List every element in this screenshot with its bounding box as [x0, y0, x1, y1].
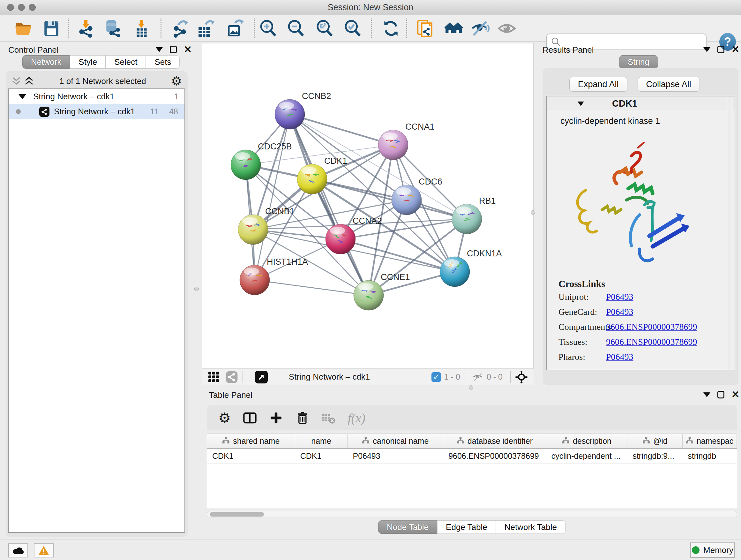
crosslink-link[interactable]: P06493 [606, 307, 633, 317]
splitter-handle[interactable] [194, 287, 199, 291]
control-panel-title: Control Panel [8, 45, 59, 55]
panel-float-icon[interactable] [718, 391, 724, 398]
save-session-icon[interactable] [42, 19, 61, 38]
panel-close-icon[interactable]: ✕ [731, 391, 739, 398]
export-image-icon[interactable] [225, 19, 244, 38]
function-builder-icon[interactable]: f(x) [347, 411, 365, 426]
refresh-layout-icon[interactable] [382, 19, 400, 38]
protein-collapse-icon[interactable] [578, 102, 584, 106]
column-header[interactable]: name [295, 434, 348, 448]
network-canvas[interactable]: CCNB2CCNA1CDC25BCDK1CDC6RB1CCNB1CCNA2CDK… [202, 43, 534, 369]
network-row-selected[interactable]: String Network – cdk1 11 48 [9, 104, 185, 119]
column-header[interactable]: canonical name [347, 434, 443, 448]
delete-column-icon[interactable] [295, 411, 309, 425]
panel-float-icon[interactable] [718, 46, 724, 53]
panel-close-icon[interactable]: ✕ [731, 46, 739, 53]
home-species-icon[interactable] [445, 19, 463, 38]
table-cell[interactable]: CDK1 [295, 449, 348, 463]
network-edge[interactable] [312, 179, 467, 219]
export-network-icon[interactable] [171, 19, 190, 38]
table-row[interactable]: CDK1CDK1P064939606.ENSP00000378699cyclin… [207, 449, 737, 463]
window-minimize-button[interactable] [18, 4, 25, 11]
tab-network[interactable]: Network [22, 55, 70, 69]
column-header[interactable]: @id [627, 434, 683, 448]
zoom-in-icon[interactable] [259, 19, 278, 38]
window-close-button[interactable] [7, 4, 14, 11]
create-column-icon[interactable] [269, 411, 283, 425]
panel-close-icon[interactable]: ✕ [184, 46, 192, 53]
memory-button[interactable]: Memory [690, 543, 735, 558]
column-header[interactable]: namespac [683, 434, 737, 448]
crosslink-row: Tissues:9606.ENSP00000378699 [547, 334, 726, 349]
collapse-all-button[interactable]: Collapse All [637, 77, 700, 91]
network-edge[interactable] [255, 280, 368, 295]
protein-header[interactable]: CDK1 [547, 97, 735, 111]
crosslinks-heading: CrossLinks [547, 278, 726, 289]
crosslink-link[interactable]: 9606.ENSP00000378699 [606, 322, 697, 332]
table-cell[interactable]: CDK1 [207, 449, 295, 463]
tab-style[interactable]: Style [70, 55, 106, 69]
network-collection-row[interactable]: String Network – cdk1 1 [9, 89, 185, 104]
window-title: Session: New Session [0, 0, 741, 15]
network-edge[interactable] [255, 114, 290, 280]
tab-string[interactable]: String [619, 55, 658, 69]
panel-menu-icon[interactable] [703, 47, 711, 52]
table-cell[interactable]: stringdb:9... [627, 449, 683, 463]
tab-sets[interactable]: Sets [146, 55, 180, 69]
column-header[interactable]: description [546, 434, 628, 448]
crosslink-link[interactable]: 9606.ENSP00000378699 [606, 337, 697, 347]
zoom-out-icon[interactable] [287, 19, 306, 38]
network-type-icon [39, 107, 50, 117]
import-network-database-icon[interactable] [104, 19, 122, 38]
table-options-gear-icon[interactable]: ⚙ [218, 411, 231, 425]
table-cell[interactable]: cyclin-dependent ... [546, 449, 628, 463]
crosslink-label: Pharos: [547, 352, 606, 362]
collapse-all-networks-icon[interactable] [11, 76, 22, 86]
panel-menu-icon[interactable] [156, 47, 163, 52]
string-protein-query-icon[interactable] [416, 19, 435, 38]
tab-network-table[interactable]: Network Table [496, 520, 565, 534]
table-cell[interactable]: stringdb [683, 449, 737, 463]
grid-view-icon[interactable] [208, 371, 219, 383]
network-view-title: String Network – cdk1 [289, 372, 370, 382]
crosslink-link[interactable]: P06493 [606, 352, 633, 362]
column-header[interactable]: shared name [207, 434, 295, 448]
crosslink-link[interactable]: P06493 [606, 292, 633, 302]
fit-content-crosshair-icon[interactable] [515, 371, 528, 383]
network-view-icon[interactable] [225, 371, 238, 383]
selected-indicator-checkbox[interactable]: ✓ [431, 372, 441, 382]
panel-menu-icon[interactable] [703, 392, 711, 397]
export-table-icon[interactable] [197, 19, 215, 38]
table-cell[interactable]: P06493 [347, 449, 443, 463]
splitter-handle[interactable] [531, 210, 535, 214]
table-toolbar: ⚙ f(x) [207, 406, 737, 430]
table-hscrollbar[interactable] [207, 511, 737, 518]
table-cell[interactable]: 9606.ENSP00000378699 [443, 449, 546, 463]
window-zoom-button[interactable] [29, 4, 36, 11]
hide-unhide-icon[interactable] [471, 19, 489, 38]
open-session-icon[interactable] [14, 19, 32, 38]
network-graph[interactable]: CCNB2CCNA1CDC25BCDK1CDC6RB1CCNB1CCNA2CDK… [202, 44, 533, 368]
show-columns-icon[interactable] [243, 411, 257, 425]
column-header[interactable]: database identifier [443, 434, 546, 448]
results-scrollbar[interactable] [727, 97, 732, 370]
network-options-gear-icon[interactable]: ⚙ [171, 76, 182, 86]
zoom-fit-icon[interactable] [316, 19, 334, 38]
zoom-selected-icon[interactable] [344, 19, 362, 38]
expand-all-networks-icon[interactable] [23, 76, 35, 86]
node-gloss [358, 283, 373, 291]
import-network-file-icon[interactable] [77, 19, 95, 38]
detach-view-icon[interactable] [255, 371, 268, 383]
network-edge[interactable] [290, 114, 368, 295]
import-table-file-icon[interactable] [132, 19, 151, 38]
collection-expand-icon[interactable] [18, 94, 26, 99]
tab-edge-table[interactable]: Edge Table [437, 520, 496, 534]
cloud-button[interactable] [8, 543, 28, 557]
warnings-button[interactable] [34, 543, 54, 557]
show-eye-icon[interactable] [497, 19, 516, 38]
panel-float-icon[interactable] [170, 46, 177, 53]
tab-node-table[interactable]: Node Table [378, 520, 437, 534]
expand-all-button[interactable]: Expand All [569, 77, 627, 91]
delete-table-icon[interactable] [321, 411, 335, 425]
tab-select[interactable]: Select [106, 55, 146, 69]
